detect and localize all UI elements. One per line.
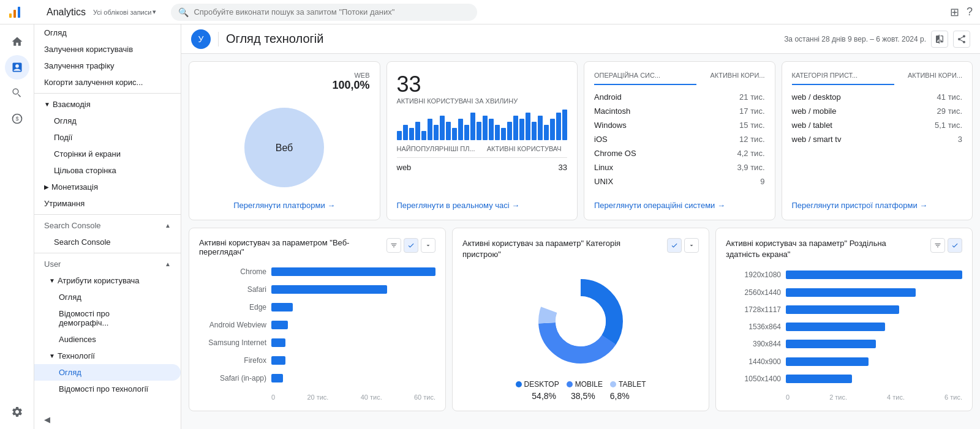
all-accounts-label[interactable]: Усі облікові записи ▾: [93, 8, 156, 16]
tablet-dot: [610, 381, 616, 387]
browser-bars: Chrome Safari Edge Android Webview: [199, 264, 435, 389]
filter-icon-btn[interactable]: [386, 238, 401, 253]
search-input[interactable]: [194, 7, 470, 17]
sidebar-section-monetization[interactable]: ▶ Монетизація: [34, 179, 181, 195]
svg-text:Веб: Веб: [276, 143, 293, 153]
sidebar-item-search-console[interactable]: Search Console: [34, 234, 181, 250]
dropdown-icon-btn2[interactable]: [684, 238, 699, 253]
sidebar-section-engagement[interactable]: ▼ Взаємодія: [34, 96, 181, 113]
sbar-row: 390x844: [726, 340, 962, 348]
os-rows: Android21 тис. Macintosh17 тис. Windows1…: [594, 90, 765, 201]
sidebar-item-audiences[interactable]: Audiences: [34, 331, 181, 348]
device-donut: [532, 272, 630, 370]
sidebar-item-user-acquisition[interactable]: Залучення користувачів: [34, 41, 181, 58]
settings-nav-icon[interactable]: [5, 400, 29, 424]
compare-icon-btn[interactable]: [931, 31, 948, 48]
svg-text:$: $: [15, 116, 18, 122]
sidebar-item-events[interactable]: Події: [34, 129, 181, 146]
bar-fill: [271, 374, 283, 382]
device-cat-title-row: Активні користувач за параметр" Категорі…: [462, 238, 699, 260]
sidebar-item-demographics[interactable]: Відомості про демографіч...: [34, 305, 181, 331]
share-icon: [957, 34, 967, 44]
date-range-label: За останні 28 днів 9 вер. – 6 жовт. 2024…: [784, 35, 926, 43]
device-row: web / mobile29 тис.: [792, 104, 963, 118]
realtime-col1: НАЙПОПУЛЯРНІШІ ПЛ...: [397, 145, 477, 152]
bar-row: Safari: [199, 285, 435, 294]
analytics-logo-icon: [7, 5, 22, 20]
os-row: Linux3,9 тис.: [594, 160, 765, 174]
sidebar-item-attr-overview[interactable]: Огляд: [34, 289, 181, 305]
os-header2: АКТИВНІ КОРИ...: [710, 72, 764, 79]
filter-icon2: [934, 242, 941, 249]
search-bar[interactable]: 🔍: [171, 4, 477, 21]
screen-res-title-row: Активні користувач за параметр" Роздільн…: [726, 238, 962, 260]
sidebar-section-tech[interactable]: ▼ Технології: [34, 348, 181, 364]
bar-fill: [271, 267, 435, 276]
sidebar-item-overview2[interactable]: Огляд: [34, 113, 181, 129]
sidebar-item-overview1[interactable]: Огляд: [34, 24, 181, 41]
sidebar-item-tech-details[interactable]: Відомості про технології: [34, 381, 181, 397]
view-platforms-link[interactable]: Переглянути платформи →: [233, 201, 335, 210]
main: У Огляд технологій За останні 28 днів 9 …: [181, 24, 980, 429]
view-os-link[interactable]: Переглянути операційні системи →: [594, 201, 765, 210]
donut-area: [462, 267, 699, 375]
sidebar-item-pages[interactable]: Сторінки й екрани: [34, 146, 181, 162]
web-label-row: WEB 100,0%: [199, 72, 370, 92]
donut-pcts: 54,8% 38,5% 6,8%: [462, 391, 699, 401]
svg-rect-0: [9, 13, 12, 18]
view-device-link[interactable]: Переглянути пристрої платформи →: [792, 201, 963, 210]
os-header1: ОПЕРАЦІЙНА СИС...: [594, 72, 660, 79]
home-nav-icon[interactable]: [5, 29, 29, 54]
filter-icon-btn2[interactable]: [930, 238, 945, 253]
collapse-sidebar-btn[interactable]: ◀: [34, 410, 181, 429]
help-icon[interactable]: ?: [967, 6, 973, 18]
expand-icon2: ▶: [44, 184, 49, 190]
donut-chart-area: Веб: [199, 94, 370, 201]
sidebar-item-tech-overview[interactable]: Огляд: [34, 364, 181, 381]
check-icon-btn3[interactable]: [948, 238, 962, 253]
bar-row: Edge: [199, 303, 435, 311]
browser-axis: 0 20 тис. 40 тис. 60 тис.: [199, 394, 435, 401]
bar-row: Safari (in-app): [199, 374, 435, 382]
check-icon-btn[interactable]: [404, 238, 418, 253]
sidebar-item-landing[interactable]: Цільова сторінка: [34, 162, 181, 179]
check-icon3: [951, 242, 959, 249]
side-icons-panel: $: [0, 24, 34, 429]
advertising-nav-icon[interactable]: $: [5, 106, 29, 131]
dropdown-icon-btn[interactable]: [421, 238, 435, 253]
browser-filter-btns: [386, 238, 435, 253]
screen-res-bars: 1920x1080 2560x1440 1728x1117 1536x: [726, 267, 962, 389]
collapse-icon: ▲: [165, 222, 171, 229]
realtime-card: 33 АКТИВНІ КОРИСТУВАЧІ ЗА ХВИЛИНУ: [386, 61, 578, 220]
os-card: ОПЕРАЦІЙНА СИС... АКТИВНІ КОРИ... Androi…: [584, 61, 775, 220]
sidebar-item-traffic-acquisition[interactable]: Залучення трафіку: [34, 58, 181, 74]
page-title: Огляд технологій: [226, 32, 323, 46]
device-bar-underline: [792, 84, 894, 85]
device-header1: КАТЕГОРІЯ ПРИСТ...: [792, 72, 858, 79]
search-icon: 🔍: [178, 7, 189, 17]
realtime-col2: АКТИВНІ КОРИСТУВАЧ: [487, 145, 567, 152]
compare-icon: [935, 34, 944, 44]
sidebar-item-cohorts[interactable]: Когорти залучення корис...: [34, 74, 181, 91]
reports-nav-icon[interactable]: [5, 55, 29, 80]
explore-nav-icon[interactable]: [5, 81, 29, 105]
realtime-cols: НАЙПОПУЛЯРНІШІ ПЛ... АКТИВНІ КОРИСТУВАЧ: [397, 145, 568, 152]
share-icon-btn[interactable]: [953, 31, 970, 48]
screen-res-title: Активні користувач за параметр" Роздільн…: [726, 238, 915, 260]
sidebar-section-search-console[interactable]: Search Console ▲: [34, 217, 181, 234]
view-realtime-link[interactable]: Переглянути в реальному часі →: [397, 201, 568, 210]
bar-fill: [271, 338, 285, 347]
sidebar-item-retention[interactable]: Утримання: [34, 195, 181, 212]
screen-res-chart-card: Активні користувач за параметр" Роздільн…: [715, 228, 973, 411]
os-row: Android21 тис.: [594, 90, 765, 104]
topbar-right: ⊞ ?: [950, 6, 973, 19]
check-icon-btn2[interactable]: [667, 238, 682, 253]
browser-chart-card: Активні користувач за параметром "Веб-пе…: [189, 228, 446, 411]
device-header: КАТЕГОРІЯ ПРИСТ... АКТИВНІ КОРИ...: [792, 72, 963, 79]
apps-icon[interactable]: ⊞: [950, 6, 959, 19]
screen-res-filter-btns: [930, 238, 962, 253]
sidebar-section-user-attributes[interactable]: ▼ Атрибути користувача: [34, 272, 181, 289]
sidebar-section-user[interactable]: User ▲: [34, 256, 181, 272]
collapse-icon2: ▲: [165, 261, 171, 267]
sbar-row: 1920x1080: [726, 270, 962, 279]
